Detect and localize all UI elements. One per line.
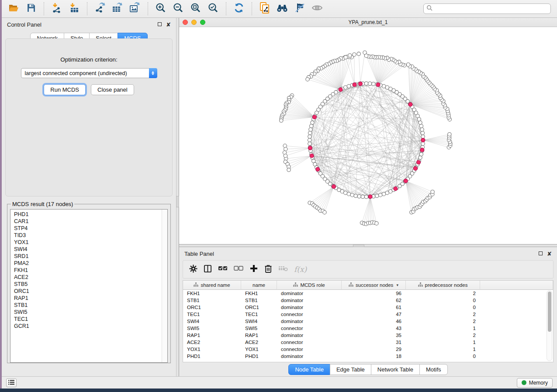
table-cell[interactable]: ORC1 bbox=[241, 304, 277, 311]
network-node[interactable] bbox=[310, 154, 314, 158]
network-node[interactable] bbox=[308, 138, 311, 142]
network-node[interactable] bbox=[287, 168, 291, 172]
network-node[interactable] bbox=[448, 132, 451, 136]
table-cell[interactable] bbox=[480, 318, 553, 325]
table-cell[interactable]: 47 bbox=[342, 311, 406, 318]
mcds-node-item[interactable]: TEC1 bbox=[14, 316, 167, 323]
network-node[interactable] bbox=[413, 166, 417, 170]
network-node[interactable] bbox=[309, 127, 312, 131]
network-node[interactable] bbox=[357, 195, 361, 198]
export-image-button[interactable] bbox=[128, 2, 142, 16]
table-cell[interactable]: PHD1 bbox=[241, 353, 277, 360]
table-cell[interactable]: STB1 bbox=[241, 297, 277, 304]
table-cell[interactable]: SWI5 bbox=[241, 325, 277, 332]
network-node[interactable] bbox=[347, 192, 350, 196]
network-node[interactable] bbox=[323, 210, 326, 214]
network-node[interactable] bbox=[358, 82, 362, 86]
search-network-button[interactable] bbox=[275, 2, 290, 16]
table-cell[interactable]: ORC1 bbox=[183, 304, 241, 311]
table-cell[interactable]: 29 bbox=[342, 346, 406, 353]
network-node[interactable] bbox=[308, 142, 311, 145]
column-header-successor-nodes[interactable]: successor nodes▾ bbox=[342, 281, 406, 290]
network-node[interactable] bbox=[379, 193, 382, 197]
zoom-selected-button[interactable] bbox=[206, 2, 221, 16]
unselect-all-button[interactable] bbox=[234, 265, 243, 274]
delete-column-button[interactable] bbox=[278, 265, 288, 274]
mcds-node-item[interactable]: ACE2 bbox=[14, 274, 167, 281]
table-cell[interactable]: STB1 bbox=[183, 297, 241, 304]
table-cell[interactable]: YOX1 bbox=[183, 346, 241, 353]
network-node[interactable] bbox=[353, 83, 356, 86]
table-cell[interactable]: dominator bbox=[277, 290, 342, 297]
float-panel-icon[interactable] bbox=[539, 251, 543, 256]
table-cell[interactable]: 0 bbox=[406, 353, 480, 360]
table-cell[interactable] bbox=[480, 290, 553, 297]
vertical-splitter[interactable] bbox=[176, 18, 179, 376]
table-cell[interactable]: dominator bbox=[277, 332, 342, 339]
network-node[interactable] bbox=[308, 146, 312, 150]
network-node[interactable] bbox=[308, 131, 311, 135]
show-columns-button[interactable] bbox=[204, 265, 212, 275]
table-cell[interactable]: YOX1 bbox=[241, 346, 277, 353]
network-node[interactable] bbox=[308, 135, 311, 138]
table-cell[interactable]: 62 bbox=[342, 297, 406, 304]
mcds-node-item[interactable]: TID3 bbox=[14, 232, 167, 239]
network-node[interactable] bbox=[312, 115, 316, 119]
table-cell[interactable]: 1 bbox=[406, 325, 480, 332]
table-cell[interactable]: 2 bbox=[406, 318, 480, 325]
delete-rows-button[interactable] bbox=[264, 264, 272, 275]
refresh-button[interactable] bbox=[232, 2, 246, 16]
network-node[interactable] bbox=[354, 194, 357, 197]
table-cell[interactable]: SWI4 bbox=[183, 318, 241, 325]
table-cell[interactable]: dominator bbox=[277, 304, 342, 311]
table-cell[interactable]: FKH1 bbox=[241, 290, 277, 297]
table-cell[interactable] bbox=[480, 346, 553, 353]
splitter-grip[interactable] bbox=[353, 244, 364, 247]
table-cell[interactable]: RAP1 bbox=[241, 332, 277, 339]
search-input[interactable] bbox=[434, 6, 548, 12]
mcds-result-list[interactable]: PHD1CAR1STP4TID3YOX1SWI4SRD1PMA2FKH1ACE2… bbox=[10, 209, 168, 363]
show-graphics-details-button[interactable] bbox=[310, 2, 325, 16]
column-header-predecessor-nodes[interactable]: predecessor nodes bbox=[406, 281, 480, 290]
export-table-button[interactable] bbox=[110, 2, 125, 16]
network-node[interactable] bbox=[310, 124, 313, 128]
network-node[interactable] bbox=[376, 83, 380, 86]
task-history-button[interactable] bbox=[6, 378, 17, 387]
network-node[interactable] bbox=[361, 195, 364, 198]
network-node[interactable] bbox=[316, 167, 320, 171]
table-cell[interactable] bbox=[480, 332, 553, 339]
network-node[interactable] bbox=[350, 193, 354, 197]
table-cell[interactable]: dominator bbox=[277, 318, 342, 325]
network-node[interactable] bbox=[344, 55, 347, 59]
table-cell[interactable]: 1 bbox=[406, 346, 480, 353]
hide-graphics-details-button[interactable] bbox=[292, 2, 307, 16]
float-panel-icon[interactable] bbox=[158, 22, 162, 27]
network-node[interactable] bbox=[394, 187, 398, 191]
table-cell[interactable]: 0 bbox=[406, 297, 480, 304]
table-cell[interactable]: 31 bbox=[342, 339, 406, 346]
table-cell[interactable]: 18 bbox=[342, 353, 406, 360]
table-cell[interactable]: 35 bbox=[342, 332, 406, 339]
open-button[interactable] bbox=[6, 2, 21, 16]
mcds-node-item[interactable]: SRD1 bbox=[14, 253, 167, 260]
table-scrollbar-thumb[interactable] bbox=[548, 292, 551, 332]
table-cell[interactable]: 2 bbox=[406, 332, 480, 339]
network-node[interactable] bbox=[421, 138, 425, 142]
list-scrollbar[interactable] bbox=[162, 210, 167, 362]
network-node[interactable] bbox=[420, 148, 424, 152]
column-header-name[interactable]: name bbox=[241, 281, 277, 290]
table-cell[interactable]: dominator bbox=[277, 353, 342, 360]
table-cell[interactable]: ACE2 bbox=[241, 339, 277, 346]
memory-button[interactable]: Memory bbox=[517, 378, 553, 388]
export-network-button[interactable] bbox=[93, 2, 107, 16]
network-node[interactable] bbox=[311, 121, 314, 124]
tab-node-table[interactable]: Node Table bbox=[288, 364, 330, 375]
table-cell[interactable]: PHD1 bbox=[183, 353, 241, 360]
function-builder-button[interactable]: f(x) bbox=[294, 265, 307, 274]
table-cell[interactable]: TEC1 bbox=[183, 311, 241, 318]
network-node[interactable] bbox=[284, 147, 287, 151]
network-node[interactable] bbox=[372, 82, 375, 86]
close-panel-icon[interactable]: ✘ bbox=[166, 22, 171, 28]
import-table-button[interactable] bbox=[67, 2, 82, 16]
horizontal-splitter[interactable] bbox=[179, 244, 557, 247]
